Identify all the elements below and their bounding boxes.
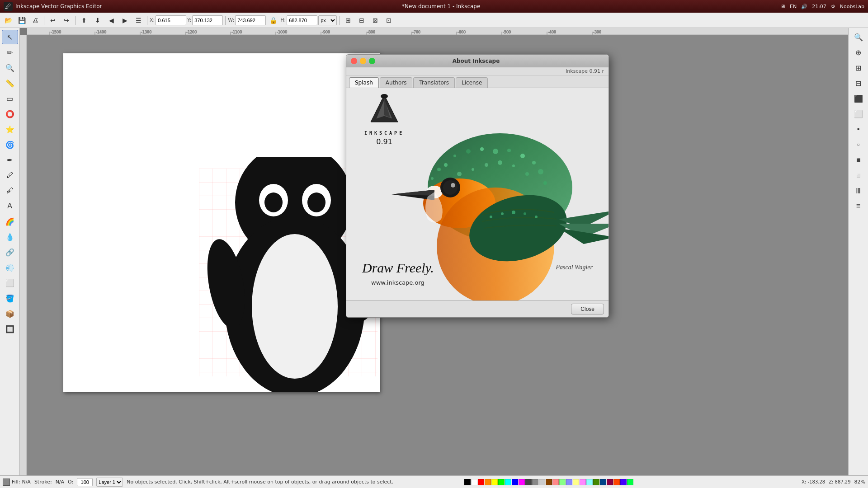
- zoom-out-button[interactable]: ⬇: [91, 14, 104, 26]
- spiral-tool[interactable]: 🌀: [2, 137, 18, 152]
- h-input[interactable]: [287, 15, 317, 25]
- paint-bucket-tool[interactable]: 🪣: [2, 291, 18, 305]
- palette-olive[interactable]: [593, 479, 599, 485]
- palette-light-red[interactable]: [552, 479, 559, 485]
- gradient-tool[interactable]: 🌈: [2, 214, 18, 229]
- transform-button-4[interactable]: ⊡: [382, 14, 395, 26]
- rectangle-tool[interactable]: ▭: [2, 91, 18, 106]
- x-input[interactable]: [156, 15, 186, 25]
- connector-tool[interactable]: 🔗: [2, 245, 18, 259]
- snap-button-1[interactable]: 🔍: [850, 30, 867, 44]
- snap-button-7[interactable]: ▪: [850, 122, 867, 136]
- palette-light-gray[interactable]: [539, 479, 545, 485]
- palette-cyan[interactable]: [505, 479, 511, 485]
- transform-button-2[interactable]: ⊟: [355, 14, 368, 26]
- lock-aspect-button[interactable]: 🔒: [267, 14, 279, 26]
- palette-magenta[interactable]: [519, 479, 525, 485]
- palette-light-yellow[interactable]: [573, 479, 579, 485]
- dialog-maximize-traffic-light[interactable]: [369, 58, 375, 64]
- snap-button-5[interactable]: ⬛: [850, 91, 867, 106]
- eraser-tool[interactable]: ⬜: [2, 276, 18, 290]
- palette-indigo[interactable]: [620, 479, 627, 485]
- palette-spring-green[interactable]: [627, 479, 633, 485]
- svg-point-43: [381, 94, 388, 99]
- close-button[interactable]: Close: [571, 304, 604, 314]
- ellipse-tool[interactable]: ⭕: [2, 107, 18, 121]
- palette-green[interactable]: [498, 479, 505, 485]
- svg-point-57: [472, 168, 474, 171]
- align-center-button[interactable]: ☰: [132, 14, 145, 26]
- zoom-tool[interactable]: 🔍: [2, 61, 18, 75]
- svg-point-60: [512, 164, 515, 167]
- palette-light-blue[interactable]: [566, 479, 572, 485]
- node-tool[interactable]: ✏: [2, 45, 18, 60]
- select-tool[interactable]: ↖: [2, 30, 18, 44]
- palette-white[interactable]: [471, 479, 477, 485]
- inkscape-logo-svg: [366, 93, 402, 129]
- open-button[interactable]: 📂: [2, 14, 14, 26]
- svg-point-75: [535, 216, 538, 218]
- tab-translators[interactable]: Translators: [413, 77, 455, 88]
- text-tool[interactable]: A: [2, 199, 18, 213]
- palette-maroon[interactable]: [607, 479, 613, 485]
- measure-tool[interactable]: 📏: [2, 76, 18, 90]
- transform-button-1[interactable]: ⊞: [342, 14, 354, 26]
- tab-authors[interactable]: Authors: [380, 77, 413, 88]
- palette-navy[interactable]: [600, 479, 606, 485]
- about-dialog: About Inkscape Inkscape 0.91 r Splash Au…: [346, 54, 609, 318]
- palette-yellow[interactable]: [491, 479, 498, 485]
- tab-splash[interactable]: Splash: [349, 77, 379, 88]
- redo-button[interactable]: ↪: [60, 14, 73, 26]
- snap-button-4[interactable]: ⊟: [850, 76, 867, 90]
- dialog-close-traffic-light[interactable]: [351, 58, 357, 64]
- snap-tool[interactable]: 🔲: [2, 322, 18, 336]
- pen-tool[interactable]: 🖊: [2, 168, 18, 183]
- palette-red[interactable]: [478, 479, 484, 485]
- calligraphy-tool[interactable]: 🖋: [2, 183, 18, 198]
- dialog-window-buttons: [351, 58, 375, 64]
- spray-tool[interactable]: 💨: [2, 260, 18, 275]
- svg-point-47: [453, 155, 456, 157]
- print-button[interactable]: 🖨: [29, 14, 42, 26]
- dialog-minimize-traffic-light[interactable]: [360, 58, 366, 64]
- unit-select[interactable]: px mm cm in: [318, 15, 337, 25]
- transform-button-3[interactable]: ⊠: [369, 14, 382, 26]
- snap-button-3[interactable]: ⊞: [850, 61, 867, 75]
- w-input[interactable]: [235, 15, 266, 25]
- palette-blue[interactable]: [512, 479, 518, 485]
- palette-vermillion[interactable]: [613, 479, 620, 485]
- snap-button-2[interactable]: ⊕: [850, 45, 867, 60]
- snap-button-10[interactable]: ◽: [850, 168, 867, 183]
- opacity-input[interactable]: [77, 478, 93, 486]
- fill-color-swatch: [3, 479, 10, 486]
- snap-button-6[interactable]: ⬜: [850, 107, 867, 121]
- snap-button-8[interactable]: ▫: [850, 137, 867, 152]
- palette-orange[interactable]: [485, 479, 491, 485]
- palette-light-magenta[interactable]: [580, 479, 586, 485]
- palette-brown[interactable]: [546, 479, 552, 485]
- palette-dark-gray[interactable]: [525, 479, 532, 485]
- palette-black[interactable]: [464, 479, 471, 485]
- palette-gray[interactable]: [532, 479, 538, 485]
- coords-display: X: -183.28: [802, 479, 825, 484]
- tab-license[interactable]: License: [456, 77, 488, 88]
- zoom-in-button[interactable]: ⬆: [78, 14, 90, 26]
- y-input[interactable]: [192, 15, 223, 25]
- pencil-tool[interactable]: ✒: [2, 153, 18, 167]
- svg-text:-500: -500: [503, 30, 511, 34]
- fill-display: Fill: N/A: [3, 479, 31, 486]
- snap-button-11[interactable]: Ⅲ: [850, 183, 867, 198]
- undo-button[interactable]: ↩: [47, 14, 59, 26]
- layer-select[interactable]: Layer 1: [96, 478, 123, 487]
- 3d-box-tool[interactable]: 📦: [2, 306, 18, 321]
- palette-light-cyan[interactable]: [586, 479, 593, 485]
- palette-light-green[interactable]: [559, 479, 566, 485]
- star-tool[interactable]: ⭐: [2, 122, 18, 136]
- dropper-tool[interactable]: 💧: [2, 230, 18, 244]
- save-button[interactable]: 💾: [15, 14, 28, 26]
- clock: 21:07: [812, 4, 826, 9]
- snap-button-12[interactable]: ≡: [850, 199, 867, 213]
- align-right-button[interactable]: ▶: [118, 14, 131, 26]
- snap-button-9[interactable]: ◾: [850, 153, 867, 167]
- align-left-button[interactable]: ◀: [105, 14, 118, 26]
